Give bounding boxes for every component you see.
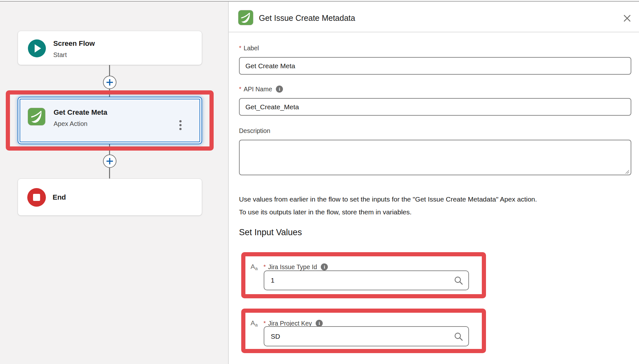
text-type-icon: Aa <box>251 263 258 271</box>
api-name-input[interactable] <box>239 98 631 116</box>
close-icon <box>623 14 631 22</box>
node-menu-kebab-icon[interactable] <box>178 119 183 132</box>
textarea-resize-handle-icon[interactable] <box>624 169 629 174</box>
node-apex-title: Get Create Meta <box>54 108 107 117</box>
node-apex-action[interactable]: Get Create Meta Apex Action <box>18 97 202 144</box>
panel-header-app-icon <box>238 10 253 25</box>
input-row-1-label: Jira Issue Type Id <box>268 263 317 271</box>
node-start-title: Screen Flow <box>53 39 95 48</box>
info-icon[interactable]: i <box>276 86 283 93</box>
node-start[interactable]: Screen Flow Start <box>18 31 202 65</box>
stop-square-icon <box>33 194 40 201</box>
add-element-button-1[interactable] <box>103 76 116 89</box>
input-row-1-header: Aa * Jira Issue Type Id i <box>251 262 328 271</box>
add-element-button-2[interactable] <box>103 154 116 168</box>
annotation-box-input-2: Aa * Jira Project Key i SD <box>241 309 486 353</box>
required-asterisk: * <box>239 85 241 93</box>
description-field-label: Description <box>239 127 270 135</box>
plus-icon <box>106 158 113 165</box>
jira-project-key-input[interactable]: SD <box>264 326 469 346</box>
node-end[interactable]: End <box>18 178 202 216</box>
label-field-label: * Label <box>239 44 259 52</box>
panel-header-divider <box>229 32 639 32</box>
flow-builder-screen: Screen Flow Start Get Create Meta Apex A… <box>0 0 639 364</box>
api-name-field-label: * API Name i <box>239 85 283 93</box>
node-apex-subtitle: Apex Action <box>54 120 88 128</box>
info-icon[interactable]: i <box>316 320 323 327</box>
required-asterisk: * <box>239 44 241 52</box>
screen-flow-play-icon <box>28 39 46 57</box>
text-type-icon: Aa <box>251 319 258 327</box>
description-textarea[interactable] <box>239 140 631 175</box>
node-end-title: End <box>53 193 66 202</box>
annotation-box-input-1: Aa * Jira Issue Type Id i 1 <box>241 252 486 298</box>
close-panel-button[interactable] <box>622 13 633 24</box>
label-input[interactable] <box>239 57 631 75</box>
apex-action-app-icon <box>28 108 46 126</box>
required-asterisk: * <box>263 263 266 270</box>
required-asterisk: * <box>263 320 266 327</box>
panel-title: Get Issue Create Metadata <box>259 13 355 23</box>
end-stop-icon <box>27 188 46 207</box>
play-triangle-icon <box>35 44 41 53</box>
help-text: Use values from earlier in the flow to s… <box>239 193 633 219</box>
plus-icon <box>106 79 113 86</box>
z-swoosh-icon <box>238 10 253 25</box>
section-heading: Set Input Values <box>239 228 302 237</box>
search-icon[interactable] <box>454 332 463 341</box>
jira-issue-type-id-input[interactable]: 1 <box>264 270 469 290</box>
z-swoosh-icon <box>28 108 45 125</box>
node-start-subtitle: Start <box>53 51 67 59</box>
search-icon[interactable] <box>454 276 463 285</box>
info-icon[interactable]: i <box>321 263 328 270</box>
